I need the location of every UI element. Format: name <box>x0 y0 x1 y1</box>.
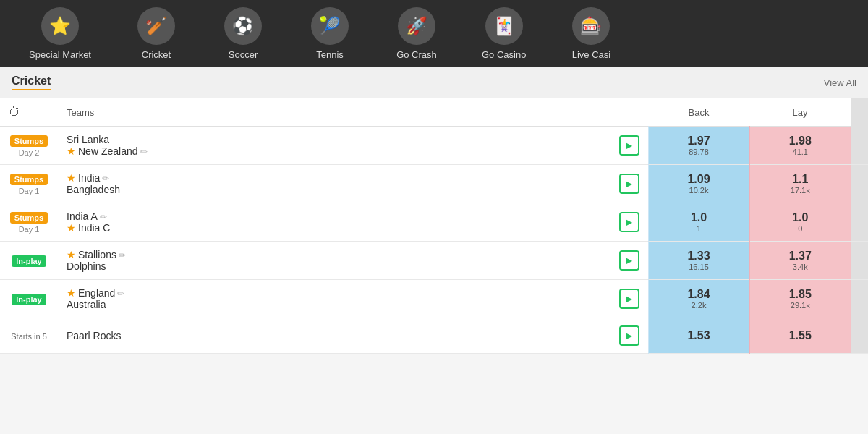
team2-name: Australia <box>67 299 610 310</box>
play-button[interactable]: ▶ <box>619 289 639 309</box>
section-header: Cricket View All <box>0 67 868 98</box>
back-cell[interactable]: 1.09 10.2k <box>648 165 749 203</box>
clock-header: ⏱ <box>0 98 58 127</box>
table-row: Stumps Day 2 Sri Lanka ★New Zealand✏ ▶ 1… <box>0 127 868 165</box>
team2-name: ★New Zealand✏ <box>67 145 610 157</box>
team-names: ★India✏ Bangladesh <box>67 172 610 195</box>
star-icon: ★ <box>67 249 76 260</box>
lay-volume: 17.1k <box>759 186 843 195</box>
lay-volume: 29.1k <box>759 301 843 310</box>
table-header-row: ⏱ Teams Back Lay <box>0 98 868 127</box>
nav-item-go-casino[interactable]: 🃏 Go Casino <box>460 0 548 67</box>
team1-name: India A✏ <box>67 210 610 222</box>
teams-cell: ★India✏ Bangladesh ▶ <box>58 165 648 203</box>
pencil-icon: ✏ <box>102 174 109 184</box>
scrollbar-filler <box>851 318 868 354</box>
back-cell[interactable]: 1.0 1 <box>648 203 749 242</box>
back-volume: 89.78 <box>658 148 741 156</box>
nav-item-live-casino[interactable]: 🎰 Live Casi <box>548 0 634 67</box>
nav-item-cricket[interactable]: 🏏 Cricket <box>113 0 200 67</box>
view-all-link[interactable]: View All <box>824 77 856 88</box>
back-odds: 1.97 <box>658 135 741 148</box>
team-names: India A✏ ★India C <box>67 210 610 234</box>
back-cell[interactable]: 1.53 <box>648 318 749 354</box>
teams-cell: ★England✏ Australia ▶ <box>58 280 648 318</box>
lay-cell[interactable]: 1.0 0 <box>749 203 851 242</box>
go-crash-icon: 🚀 <box>398 7 435 45</box>
play-button[interactable]: ▶ <box>619 250 639 271</box>
section-title: Cricket <box>12 75 51 90</box>
team2-name: Dolphins <box>67 260 610 272</box>
lay-cell[interactable]: 1.98 41.1 <box>749 127 851 165</box>
status-cell: Stumps Day 1 <box>0 203 58 242</box>
team1-name: Sri Lanka <box>67 134 610 145</box>
lay-cell[interactable]: 1.37 3.4k <box>749 242 851 280</box>
play-button[interactable]: ▶ <box>619 135 639 156</box>
teams-cell: ★Stallions✏ Dolphins ▶ <box>58 242 648 280</box>
day-label: Day 1 <box>9 187 49 195</box>
back-odds: 1.33 <box>658 250 741 263</box>
scrollbar-filler <box>851 127 868 165</box>
play-button[interactable]: ▶ <box>619 174 639 194</box>
lay-cell[interactable]: 1.1 17.1k <box>749 165 851 203</box>
back-odds: 1.84 <box>658 288 741 301</box>
table-row: Stumps Day 1 ★India✏ Bangladesh ▶ 1.09 1… <box>0 165 868 203</box>
pencil-icon: ✏ <box>117 289 124 299</box>
tennis-label: Tennis <box>316 49 344 60</box>
table-row: Starts in 5 Paarl Rocks ▶ 1.53 1.55 <box>0 318 868 354</box>
live-casino-label: Live Casi <box>572 49 610 60</box>
lay-odds: 1.55 <box>759 329 843 342</box>
back-odds: 1.53 <box>658 329 741 342</box>
table-row: In-play ★England✏ Australia ▶ 1.84 2.2k … <box>0 280 868 318</box>
lay-odds: 1.0 <box>759 211 843 224</box>
status-cell: In-play <box>0 242 58 280</box>
nav-item-tennis[interactable]: 🎾 Tennis <box>286 0 373 67</box>
nav-item-go-crash[interactable]: 🚀 Go Crash <box>373 0 460 67</box>
live-casino-icon: 🎰 <box>572 7 610 45</box>
pencil-icon: ✏ <box>140 147 148 157</box>
table-row: In-play ★Stallions✏ Dolphins ▶ 1.33 16.1… <box>0 242 868 280</box>
cricket-icon: 🏏 <box>137 7 175 45</box>
status-cell: In-play <box>0 280 58 318</box>
back-odds: 1.09 <box>658 173 741 186</box>
team1-name: ★India✏ <box>67 172 610 184</box>
lay-odds: 1.98 <box>759 135 843 148</box>
star-icon: ★ <box>67 172 76 184</box>
cricket-label: Cricket <box>142 49 171 60</box>
startsin-badge: Starts in 5 <box>11 332 47 341</box>
scrollbar-filler <box>851 242 868 280</box>
star-icon: ★ <box>67 287 76 299</box>
special-market-icon: ⭐ <box>41 7 79 45</box>
pencil-icon: ✏ <box>119 250 126 260</box>
stumps-badge: Stumps <box>10 212 48 224</box>
go-crash-label: Go Crash <box>396 49 437 60</box>
soccer-label: Soccer <box>229 49 258 60</box>
back-volume: 1 <box>658 224 741 233</box>
special-market-label: Special Market <box>29 49 91 60</box>
stumps-badge: Stumps <box>10 174 48 185</box>
clock-icon: ⏱ <box>9 106 20 118</box>
stumps-badge: Stumps <box>10 135 48 147</box>
lay-cell[interactable]: 1.85 29.1k <box>749 280 851 318</box>
lay-odds: 1.37 <box>759 250 843 263</box>
star-icon: ★ <box>67 222 76 234</box>
back-volume: 2.2k <box>658 301 741 310</box>
back-cell[interactable]: 1.33 16.15 <box>648 242 749 280</box>
team1-name: Paarl Rocks <box>67 330 610 341</box>
status-cell: Stumps Day 1 <box>0 165 58 203</box>
back-cell[interactable]: 1.84 2.2k <box>648 280 749 318</box>
pencil-icon: ✏ <box>100 212 107 222</box>
nav-item-soccer[interactable]: ⚽ Soccer <box>200 0 286 67</box>
day-label: Day 1 <box>9 225 49 234</box>
cricket-table: ⏱ Teams Back Lay Stumps Day 2 Sri Lanka … <box>0 98 868 354</box>
play-button[interactable]: ▶ <box>619 212 639 232</box>
top-navigation: ⭐ Special Market 🏏 Cricket ⚽ Soccer 🎾 Te… <box>0 0 868 67</box>
team-names: Paarl Rocks <box>67 330 610 341</box>
back-cell[interactable]: 1.97 89.78 <box>648 127 749 165</box>
nav-item-special-market[interactable]: ⭐ Special Market <box>7 0 113 67</box>
teams-header: Teams <box>58 98 648 127</box>
lay-header: Lay <box>749 98 851 127</box>
play-button[interactable]: ▶ <box>619 326 639 346</box>
team1-name: ★England✏ <box>67 287 610 299</box>
lay-cell[interactable]: 1.55 <box>749 318 851 354</box>
